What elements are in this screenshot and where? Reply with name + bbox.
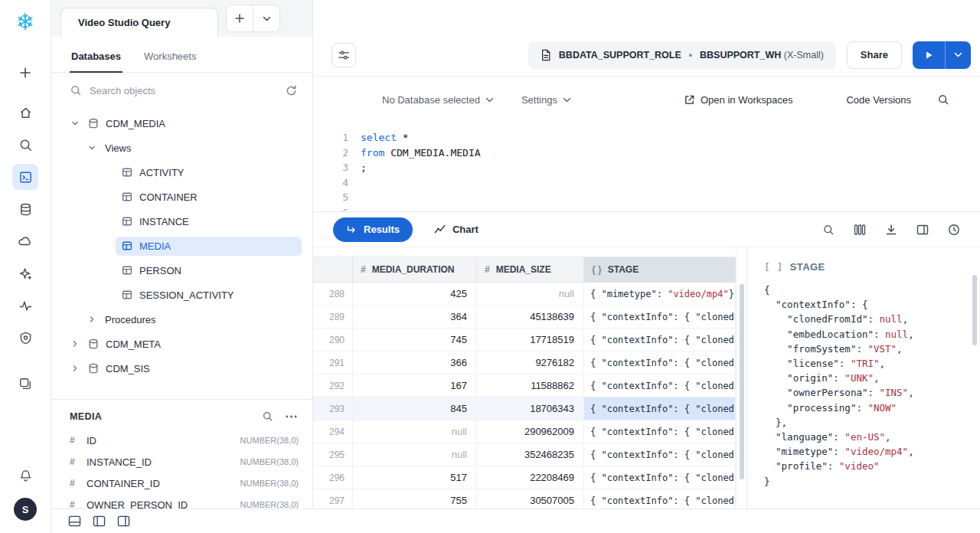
settings-dropdown[interactable]: Settings bbox=[521, 94, 571, 106]
tree-item-cdm_meta[interactable]: CDM_META bbox=[68, 332, 312, 356]
home-icon[interactable] bbox=[12, 100, 38, 126]
cell-media-duration[interactable]: 425 bbox=[353, 283, 477, 305]
cell-media-size[interactable]: 18706343 bbox=[477, 397, 584, 420]
columns-icon[interactable] bbox=[854, 224, 866, 236]
chart-tab[interactable]: Chart bbox=[434, 224, 479, 235]
code-line[interactable] bbox=[361, 175, 481, 191]
plus-icon[interactable] bbox=[12, 60, 38, 86]
chevron-right-icon[interactable] bbox=[85, 316, 99, 323]
tab-worksheets[interactable]: Worksheets bbox=[142, 37, 198, 72]
cell-media-duration[interactable]: 745 bbox=[353, 329, 477, 351]
cell-media-size[interactable]: 9276182 bbox=[477, 352, 584, 374]
notifications-bell-icon[interactable] bbox=[12, 463, 38, 489]
code-line[interactable]: ; bbox=[361, 160, 481, 175]
worksheets-icon[interactable] bbox=[12, 164, 38, 190]
column-header-media_duration[interactable]: #MEDIA_DURATION bbox=[353, 257, 477, 283]
cell-media-duration[interactable]: 167 bbox=[353, 374, 477, 397]
tab-list-chevron-icon[interactable] bbox=[253, 5, 279, 31]
table-row-292[interactable]: 29216711588862{ "contextInfo": { "cloned… bbox=[313, 374, 736, 397]
cell-stage[interactable]: { "contextInfo": { "clonedFro bbox=[584, 352, 736, 374]
table-row-291[interactable]: 2913669276182{ "contextInfo": { "clonedF… bbox=[313, 352, 736, 374]
code-line[interactable]: select * bbox=[361, 130, 481, 146]
user-avatar[interactable]: S bbox=[14, 498, 37, 521]
cell-media-duration[interactable]: 845 bbox=[353, 397, 477, 420]
more-options-icon[interactable] bbox=[286, 415, 297, 418]
governance-icon[interactable] bbox=[12, 325, 38, 351]
sliders-icon[interactable] bbox=[332, 43, 356, 67]
cell-media-duration[interactable]: 517 bbox=[353, 466, 477, 489]
share-button[interactable]: Share bbox=[847, 41, 902, 69]
cell-stage[interactable]: { "mimetype": "video/mp4"} bbox=[584, 283, 736, 305]
cell-stage[interactable]: { "contextInfo": { "clonedFro bbox=[584, 329, 736, 351]
run-options-chevron-icon[interactable] bbox=[946, 41, 971, 69]
tree-item-cdm_sis[interactable]: CDM_SIS bbox=[68, 356, 312, 381]
detail-scrollbar-thumb[interactable] bbox=[972, 275, 977, 345]
data-icon[interactable] bbox=[12, 196, 38, 222]
search-input[interactable] bbox=[90, 85, 278, 96]
table-row-288[interactable]: 288425null{ "mimetype": "video/mp4"} bbox=[313, 283, 736, 306]
tree-item-procedures[interactable]: Procedures bbox=[68, 307, 312, 332]
results-search-icon[interactable] bbox=[822, 224, 835, 236]
split-panel-icon[interactable] bbox=[916, 224, 929, 236]
activity-icon[interactable] bbox=[12, 293, 38, 319]
cell-stage[interactable]: { "contextInfo": { "clonedFro bbox=[584, 306, 736, 328]
column-header-stage[interactable]: { }STAGE bbox=[584, 257, 736, 283]
cloud-icon[interactable] bbox=[12, 228, 38, 254]
table-row-294[interactable]: 294null290962009{ "contextInfo": { "clon… bbox=[313, 420, 736, 443]
cell-media-duration[interactable]: 364 bbox=[353, 306, 477, 328]
code-line[interactable] bbox=[361, 205, 481, 212]
cell-media-size[interactable]: 352468235 bbox=[477, 443, 584, 466]
chevron-right-icon[interactable] bbox=[68, 365, 82, 372]
table-row-290[interactable]: 29074517718519{ "contextInfo": { "cloned… bbox=[313, 329, 736, 352]
tree-item-activity[interactable]: ACTIVITY bbox=[68, 160, 312, 185]
cell-media-size[interactable]: 22208469 bbox=[477, 466, 584, 489]
scrollbar-thumb[interactable] bbox=[740, 284, 744, 479]
table-row-296[interactable]: 29651722208469{ "contextInfo": { "cloned… bbox=[313, 466, 736, 489]
column-row-id[interactable]: #IDNUMBER(38,0) bbox=[51, 430, 312, 451]
panel-right-icon[interactable] bbox=[117, 515, 130, 527]
chevron-down-icon[interactable] bbox=[85, 144, 99, 152]
table-row-293[interactable]: 29384518706343{ "contextInfo": { "cloned… bbox=[313, 397, 736, 420]
cell-media-duration[interactable]: null bbox=[353, 420, 477, 443]
column-row-container_id[interactable]: #CONTAINER_IDNUMBER(38,0) bbox=[51, 473, 312, 494]
run-button[interactable] bbox=[913, 41, 945, 69]
results-tab[interactable]: Results bbox=[333, 217, 413, 242]
new-worksheet-button[interactable] bbox=[227, 5, 253, 31]
cell-media-duration[interactable]: 366 bbox=[353, 352, 477, 374]
cell-stage[interactable]: { "contextInfo": { "clonedFro bbox=[584, 420, 736, 443]
tree-item-container[interactable]: CONTAINER bbox=[68, 185, 312, 209]
code-line[interactable] bbox=[361, 190, 481, 205]
cell-stage[interactable]: { "contextInfo": { "clonedFro bbox=[584, 443, 736, 466]
chevron-right-icon[interactable] bbox=[68, 340, 82, 348]
cell-stage[interactable]: { "contextInfo": { "clonedFro bbox=[584, 466, 736, 489]
cell-stage[interactable]: { "contextInfo": { "clonedFro bbox=[584, 397, 736, 420]
tree-item-person[interactable]: PERSON bbox=[68, 258, 312, 283]
panel-bottom-icon[interactable] bbox=[68, 515, 81, 527]
table-row-289[interactable]: 28936445138639{ "contextInfo": { "cloned… bbox=[313, 306, 736, 329]
open-in-workspaces-link[interactable]: Open in Workspaces bbox=[684, 94, 792, 106]
ai-sparkle-icon[interactable] bbox=[12, 260, 38, 286]
cell-media-size[interactable]: 290962009 bbox=[477, 420, 584, 443]
cell-media-size[interactable]: null bbox=[477, 283, 584, 305]
tree-item-media[interactable]: MEDIA bbox=[68, 234, 312, 258]
worksheet-tab[interactable]: Video Studio Query bbox=[60, 8, 218, 37]
column-header-media_size[interactable]: #MEDIA_SIZE bbox=[477, 257, 584, 283]
tab-databases[interactable]: Databases bbox=[70, 37, 122, 72]
cell-media-size[interactable]: 11588862 bbox=[477, 374, 584, 397]
database-selector[interactable]: No Database selected bbox=[382, 94, 494, 106]
grid-scrollbar[interactable] bbox=[736, 247, 746, 533]
code-area[interactable]: select *from CDM_MEDIA.MEDIA; bbox=[361, 123, 481, 211]
tree-item-cdm_media[interactable]: CDM_MEDIA bbox=[68, 111, 312, 136]
tree-item-views[interactable]: Views bbox=[68, 136, 312, 160]
column-row-instance_id[interactable]: #INSTANCE_IDNUMBER(38,0) bbox=[51, 451, 312, 473]
context-selector[interactable]: BBDATA_SUPPORT_ROLE • BBSUPPORT_WH (X-Sm… bbox=[528, 41, 836, 69]
cell-media-size[interactable]: 17718519 bbox=[477, 329, 584, 351]
download-icon[interactable] bbox=[885, 224, 897, 236]
cell-stage[interactable]: { "contextInfo": { "clonedFro bbox=[584, 374, 736, 397]
table-row-295[interactable]: 295null352468235{ "contextInfo": { "clon… bbox=[313, 443, 736, 466]
cell-media-duration[interactable]: null bbox=[353, 443, 477, 466]
sql-editor[interactable]: 123456 select *from CDM_MEDIA.MEDIA; bbox=[313, 123, 980, 211]
tree-item-instance[interactable]: INSTANCE bbox=[68, 209, 312, 234]
preview-search-icon[interactable] bbox=[262, 410, 273, 422]
code-versions-link[interactable]: Code Versions bbox=[846, 94, 911, 106]
